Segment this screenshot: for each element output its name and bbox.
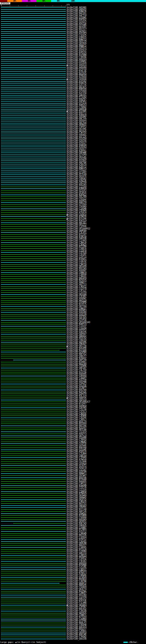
alignment-bar-segment xyxy=(1,639,66,639)
alignment-bar xyxy=(1,155,66,155)
alignment-bar xyxy=(1,344,66,344)
alignment-bar-segment xyxy=(1,603,66,603)
alignment-bar-segment xyxy=(1,51,66,52)
alignment-bar-segment xyxy=(1,320,66,320)
ruler-line xyxy=(1,6,66,6)
alignment-bar xyxy=(1,575,66,576)
alignment-bar-segment xyxy=(1,527,66,528)
alignment-bar-segment xyxy=(1,382,66,382)
alignment-bar xyxy=(1,497,66,498)
alignment-bar xyxy=(1,149,66,150)
alignment-bar-segment xyxy=(1,473,66,474)
alignment-bar-segment xyxy=(1,486,66,486)
legend-scale-text: =50char. xyxy=(129,641,138,643)
alignment-bar-segment xyxy=(1,298,66,298)
colorbar-label: 80% xyxy=(57,0,60,2)
alignment-bar xyxy=(1,555,66,556)
alignment-bar xyxy=(1,513,66,514)
alignment-bar xyxy=(1,224,66,225)
alignment-bar xyxy=(1,366,66,366)
alignment-bar-segment xyxy=(1,430,66,430)
alignment-row[interactable]: UniRef100_Q9X2V8 xyxy=(0,638,146,640)
alignment-bar-segment xyxy=(1,276,66,277)
alignment-bar xyxy=(1,296,66,297)
alignment-bar-segment xyxy=(1,503,66,504)
alignment-bar xyxy=(1,97,66,98)
alignment-bar-segment xyxy=(1,404,66,404)
alignment-bar xyxy=(1,577,66,578)
alignment-bar xyxy=(1,157,66,158)
alignment-bar-segment xyxy=(1,462,66,462)
alignment-bar-segment xyxy=(1,601,66,601)
hit-label[interactable]: UniRef100_Q9X2V8 xyxy=(67,638,86,640)
alignment-bar-segment xyxy=(1,232,66,233)
alignment-bar-segment xyxy=(1,611,66,611)
alignment-bar xyxy=(1,541,66,542)
alignment-bar-segment xyxy=(1,290,66,290)
alignment-bar xyxy=(1,434,66,434)
alignment-bar-segment xyxy=(1,511,66,512)
alignment-rows: UniRef100_A8IAN1UniRef100_Q8DH55UniRef10… xyxy=(0,7,146,640)
alignment-bar-segment xyxy=(1,254,66,255)
alignment-bar xyxy=(1,43,66,44)
alignment-bar xyxy=(1,374,66,374)
alignment-bar-segment xyxy=(1,131,66,131)
alignment-bar-segment xyxy=(1,59,66,60)
alignment-bar xyxy=(1,23,66,24)
alignment-bar-segment xyxy=(1,615,66,615)
alignment-bar xyxy=(1,45,66,46)
alignment-bar-segment xyxy=(1,571,66,571)
alignment-bar-segment xyxy=(1,216,66,217)
alignment-bar-segment xyxy=(1,587,66,587)
alignment-bar xyxy=(1,176,66,177)
alignment-bar xyxy=(1,484,66,484)
alignment-bar-segment xyxy=(1,525,66,526)
alignment-bar xyxy=(1,581,66,582)
alignment-bar xyxy=(1,75,66,76)
alignment-bar-segment xyxy=(1,629,66,629)
alignment-bar xyxy=(1,468,66,468)
alignment-bar-segment xyxy=(1,448,66,448)
alignment-bar xyxy=(1,298,66,299)
alignment-bar xyxy=(1,135,66,136)
alignment-bar xyxy=(1,41,66,42)
alignment-bar-segment xyxy=(1,535,66,536)
alignment-bar-segment xyxy=(1,402,66,402)
alignment-bar xyxy=(1,192,66,193)
alignment-bar xyxy=(1,342,66,343)
ruler-end-label: 375 xyxy=(66,4,70,6)
alignment-bar xyxy=(1,511,66,512)
alignment-bar-segment xyxy=(1,478,66,478)
alignment-bar xyxy=(1,320,66,321)
alignment-bar-segment xyxy=(1,344,66,344)
alignment-bar xyxy=(1,49,66,50)
alignment-bar xyxy=(1,246,66,247)
alignment-bar xyxy=(1,330,66,330)
alignment-bar-segment xyxy=(1,408,66,408)
alignment-bar-segment xyxy=(1,236,66,237)
alignment-bar xyxy=(1,69,66,70)
alignment-bar-segment xyxy=(1,553,66,554)
alignment-bar-segment xyxy=(1,242,66,243)
alignment-bar-segment xyxy=(1,19,66,20)
alignment-bar xyxy=(1,85,66,86)
alignment-bar xyxy=(1,517,66,518)
alignment-bar-segment xyxy=(1,334,66,334)
alignment-bar-segment xyxy=(1,597,66,598)
alignment-bar-segment xyxy=(1,222,66,223)
alignment-bar xyxy=(1,272,66,273)
alignment-bar xyxy=(1,557,66,558)
alignment-bar xyxy=(1,448,66,448)
alignment-bar xyxy=(1,505,66,506)
alignment-bar xyxy=(1,93,66,94)
alignment-bar-segment xyxy=(1,370,66,370)
alignment-bar xyxy=(1,619,66,620)
alignment-bar-segment xyxy=(1,332,66,332)
alignment-bar-segment xyxy=(1,470,66,470)
alignment-bar xyxy=(1,432,66,432)
alignment-bar xyxy=(1,226,66,227)
alignment-bar-segment xyxy=(1,65,66,66)
alignment-bar-segment xyxy=(1,181,66,181)
alignment-bar xyxy=(1,214,66,215)
alignment-bar-segment xyxy=(1,31,66,32)
